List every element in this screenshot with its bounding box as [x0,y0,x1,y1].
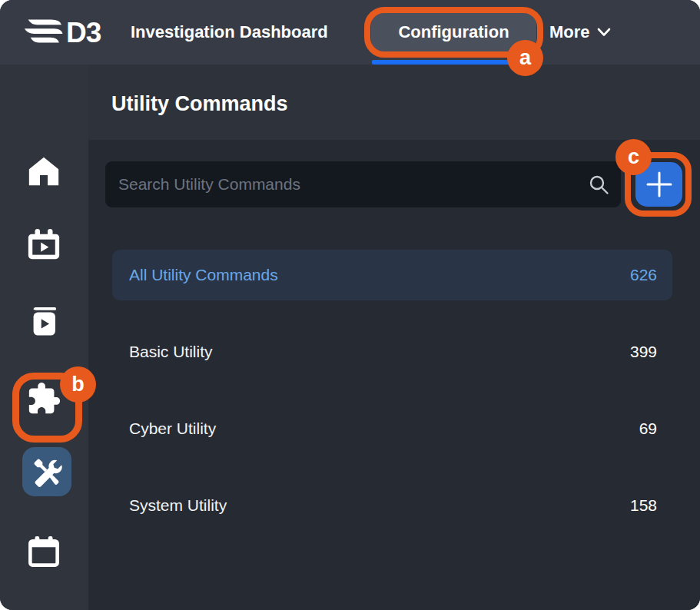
sidebar-item-home[interactable] [26,154,61,189]
sidebar-item-event-playbook[interactable] [26,227,61,263]
category-count: 626 [630,266,657,284]
tab-label: Investigation Dashboard [131,22,328,42]
d3-logo-mark-icon [22,17,63,48]
page-title: Utility Commands [111,92,288,116]
category-label: System Utility [129,496,227,515]
top-navigation-bar: D3 Investigation Dashboard Configuration… [0,0,700,65]
sidebar-item-playbook[interactable] [26,303,61,339]
sidebar-item-schedule[interactable] [26,534,61,569]
search-input[interactable] [105,161,621,207]
chevron-down-icon [597,28,611,37]
app-window: D3 Investigation Dashboard Configuration… [0,0,700,610]
sidebar-item-integrations[interactable] [26,381,61,416]
category-label: All Utility Commands [129,266,278,284]
logo-text: D3 [66,18,101,47]
category-count: 69 [639,419,657,438]
category-label: Cyber Utility [129,419,216,438]
search-box [105,161,621,207]
category-count: 158 [630,496,657,515]
tab-label: More [549,22,590,42]
tab-more[interactable]: More [549,0,611,65]
category-count: 399 [630,343,657,361]
category-label: Basic Utility [129,343,213,361]
utility-commands-panel: All Utility Commands 626 Basic Utility 3… [88,140,700,610]
calendar-play-icon [26,227,61,263]
category-list: All Utility Commands 626 Basic Utility 3… [112,250,672,557]
active-tab-underline [372,60,536,65]
tab-investigation-dashboard[interactable]: Investigation Dashboard [131,0,328,65]
d3-logo[interactable]: D3 [22,0,101,65]
calendar-icon [26,534,61,569]
add-utility-command-button[interactable] [635,162,682,207]
category-row-system-utility[interactable]: System Utility 158 [112,480,672,531]
tools-icon [32,456,62,487]
sidebar-item-utility-commands[interactable] [22,447,71,496]
puzzle-icon [26,381,61,416]
home-icon [26,154,61,189]
tab-label: Configuration [398,22,509,42]
left-sidebar [0,65,88,610]
category-row-cyber-utility[interactable]: Cyber Utility 69 [112,403,672,454]
category-row-basic-utility[interactable]: Basic Utility 399 [112,327,672,377]
plus-icon [646,171,672,197]
category-row-all-utility-commands[interactable]: All Utility Commands 626 [112,250,672,300]
book-play-icon [26,303,61,339]
tab-configuration[interactable]: Configuration [371,13,536,51]
